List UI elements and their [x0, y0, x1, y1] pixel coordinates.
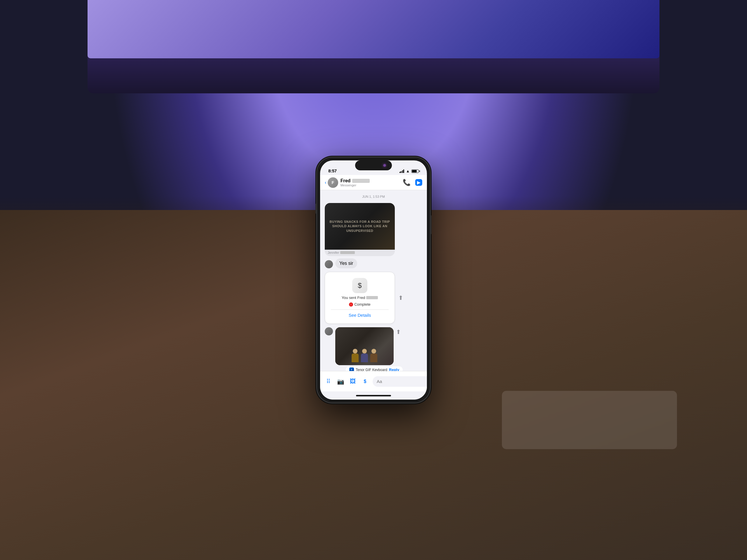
figure-1: [352, 349, 359, 362]
gif-sender: Jennifer: [325, 250, 395, 256]
timestamp: JUN 1, 1:53 PM: [325, 195, 422, 198]
signal-bar-2: [401, 171, 402, 173]
monitor: [87, 0, 660, 93]
tenor-label: Tenor GIF Keyboard: [356, 368, 387, 371]
wifi-icon: ▲: [406, 169, 410, 173]
payment-wrapper: $ You sent Fred Complete See Details: [325, 271, 422, 325]
video-call-button[interactable]: ▶: [415, 179, 422, 186]
notch: [355, 160, 392, 170]
sender-avatar: [325, 260, 333, 268]
figure-1-head: [353, 349, 357, 353]
payment-button[interactable]: $: [360, 377, 370, 386]
yes-sir-message-row: Yes sir: [325, 259, 422, 268]
payment-divider: [331, 310, 389, 310]
gif-bubble: BUYING SNACKS FOR A ROAD TRIP SHOULD ALW…: [325, 203, 395, 256]
input-toolbar: ⠿ 📷 🖼 $ 🙂 👍: [320, 371, 427, 392]
home-indicator: [320, 392, 427, 400]
signal-icon: [400, 169, 405, 173]
volume-button: [315, 204, 317, 214]
sender-name-blur: [340, 251, 355, 254]
payment-dollar-icon: $: [352, 278, 367, 293]
keyboard: [502, 391, 677, 449]
gif-content: BUYING SNACKS FOR A ROAD TRIP SHOULD ALW…: [325, 203, 395, 250]
status-icons: ▲: [400, 169, 419, 173]
gif-characters: [352, 349, 377, 362]
messages-area[interactable]: JUN 1, 1:53 PM BUYING SNACKS FOR A ROAD …: [320, 190, 427, 371]
camera-button[interactable]: 📷: [336, 377, 345, 386]
contact-avatar: F: [328, 177, 338, 188]
face-id-dot: [383, 164, 386, 167]
payment-status: Complete: [349, 302, 370, 306]
tenor-logo: T: [349, 368, 354, 371]
contact-name: Fred: [340, 178, 403, 183]
signal-bar-4: [403, 169, 404, 173]
payment-share-button[interactable]: ⬆: [398, 294, 403, 301]
figure-1-body: [352, 353, 359, 362]
payment-name-blur: [366, 296, 378, 299]
messenger-label: Messenger: [340, 183, 403, 187]
figure-2-head: [362, 349, 367, 353]
incoming-gif-message: BUYING SNACKS FOR A ROAD TRIP SHOULD ALW…: [325, 203, 422, 256]
tenor-bar: T Tenor GIF Keyboard Reply: [346, 366, 403, 371]
figure-3-body: [370, 353, 377, 362]
phone-frame: 8:57 ▲ ‹ F: [317, 157, 430, 403]
status-time: 8:57: [328, 168, 337, 173]
phone-screen: 8:57 ▲ ‹ F: [320, 160, 427, 400]
yes-sir-bubble: Yes sir: [335, 259, 357, 268]
payment-sent-text: You sent Fred: [342, 295, 378, 300]
power-button: [430, 215, 432, 234]
home-bar: [356, 395, 391, 396]
gif-reply-sender-avatar: [325, 327, 333, 336]
contact-info: Fred Messenger: [340, 178, 403, 187]
battery-icon: [411, 169, 419, 173]
name-blur: [352, 179, 370, 183]
figure-2: [361, 349, 368, 362]
figure-3-head: [371, 349, 376, 353]
figure-3: [370, 349, 377, 362]
figure-2-body: [361, 353, 368, 362]
gif-reply-row: ⬆ T Tenor GIF Keyboard Reply: [325, 327, 422, 371]
payment-card[interactable]: $ You sent Fred Complete See Details: [325, 272, 395, 324]
gif-share-button[interactable]: ⬆: [396, 328, 401, 336]
see-details-button[interactable]: See Details: [349, 313, 371, 318]
signal-bar-3: [402, 170, 403, 173]
gif-overlay-text: BUYING SNACKS FOR A ROAD TRIP SHOULD ALW…: [328, 220, 391, 233]
back-button[interactable]: ‹: [325, 180, 327, 186]
nav-bar: ‹ F Fred Messenger 📞 ▶: [320, 175, 427, 190]
signal-bar-1: [400, 172, 400, 173]
gif-reply-bubble: [335, 327, 394, 365]
gif-reply-content: [335, 327, 394, 365]
status-red-dot: [349, 302, 353, 306]
phone-call-button[interactable]: 📞: [403, 179, 411, 186]
photo-button[interactable]: 🖼: [348, 377, 357, 386]
message-input[interactable]: [372, 376, 427, 387]
reply-button[interactable]: Reply: [389, 368, 399, 371]
nav-actions: 📞 ▶: [403, 179, 422, 186]
apps-button[interactable]: ⠿: [324, 377, 333, 386]
battery-fill: [412, 170, 417, 172]
phone-wrapper: 8:57 ▲ ‹ F: [317, 157, 430, 403]
